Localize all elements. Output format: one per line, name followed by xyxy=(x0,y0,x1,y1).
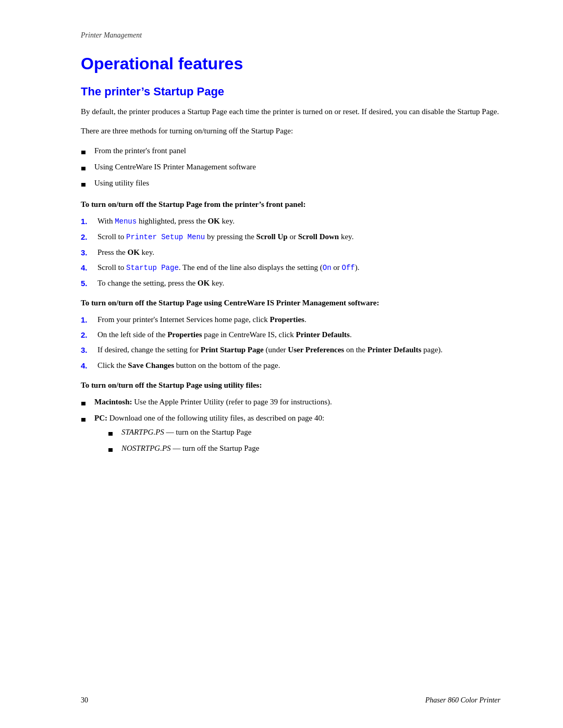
italic-text: STARTPG.PS xyxy=(121,428,164,436)
method-1-label: From the printer's front panel xyxy=(94,145,186,157)
svg-rect-5 xyxy=(108,432,113,436)
methods-list: From the printer's front panel Using Cen… xyxy=(81,145,500,191)
svg-rect-2 xyxy=(81,183,85,187)
step-item: 4. Click the Save Changes button on the … xyxy=(81,360,500,372)
inline-code: Printer Setup Menu xyxy=(126,233,205,241)
bold-text: Save Changes xyxy=(128,361,174,369)
procedure1-heading: To turn on/turn off the Startup Page fro… xyxy=(81,199,500,210)
step-number: 3. xyxy=(81,344,94,356)
bullet-icon xyxy=(108,428,117,440)
sub-bullet-content: STARTPG.PS — turn on the Startup Page xyxy=(121,426,251,438)
step-content: To change the setting, press the OK key. xyxy=(97,277,500,289)
footer-title: Phaser 860 Color Printer xyxy=(425,696,500,705)
step-content: Scroll to Startup Page. The end of the l… xyxy=(97,262,500,274)
step-item: 1. From your printer's Internet Services… xyxy=(81,314,500,326)
step-content: With Menus highlighted, press the OK key… xyxy=(97,215,500,228)
sub-list-item: STARTPG.PS — turn on the Startup Page xyxy=(108,426,500,440)
step-item: 2. On the left side of the Properties pa… xyxy=(81,329,500,341)
page: Printer Management Operational features … xyxy=(0,0,563,728)
method-3-label: Using utility files xyxy=(94,177,149,189)
list-item: From the printer's front panel xyxy=(81,145,500,158)
step-number: 5. xyxy=(81,277,94,289)
procedure2-steps: 1. From your printer's Internet Services… xyxy=(81,314,500,372)
step-item: 2. Scroll to Printer Setup Menu by press… xyxy=(81,231,500,243)
bold-text: Properties xyxy=(270,315,304,324)
procedure3-bullets: Macintosh: Use the Apple Printer Utility… xyxy=(81,396,500,458)
bold-text: Printer Defaults xyxy=(296,330,350,339)
section-title: The printer’s Startup Page xyxy=(81,85,500,98)
bold-text: Print Startup Page xyxy=(201,346,264,354)
list-item: Macintosh: Use the Apple Printer Utility… xyxy=(81,396,500,410)
step-number: 1. xyxy=(81,215,94,227)
inline-code: Menus xyxy=(115,217,137,226)
italic-text: NOSTRTPG.PS xyxy=(121,444,171,452)
bold-text: User Preferences xyxy=(288,346,344,354)
svg-rect-3 xyxy=(81,402,85,405)
bullet-icon xyxy=(108,444,117,456)
step-number: 1. xyxy=(81,314,94,326)
intro-paragraph-2: There are three methods for turning on/t… xyxy=(81,125,500,137)
step-content: On the left side of the Properties page … xyxy=(97,329,500,341)
bullet-icon xyxy=(81,398,90,410)
step-number: 4. xyxy=(81,262,94,274)
list-item: PC: Download one of the following utilit… xyxy=(81,412,500,458)
bullet-icon xyxy=(81,414,90,426)
bold-text: Printer Defaults xyxy=(368,346,421,354)
bold-text: PC: xyxy=(94,414,107,422)
page-title: Operational features xyxy=(81,54,500,73)
step-number: 2. xyxy=(81,231,94,243)
bold-text: Scroll Up xyxy=(256,232,288,241)
bold-text: Properties xyxy=(167,330,202,339)
bold-text: OK xyxy=(128,248,140,256)
step-item: 1. With Menus highlighted, press the OK … xyxy=(81,215,500,228)
step-item: 5. To change the setting, press the OK k… xyxy=(81,277,500,289)
step-content: Scroll to Printer Setup Menu by pressing… xyxy=(97,231,500,243)
step-number: 3. xyxy=(81,246,94,258)
intro-paragraph-1: By default, the printer produces a Start… xyxy=(81,106,500,118)
bullet-content: Macintosh: Use the Apple Printer Utility… xyxy=(94,396,500,408)
procedure1-steps: 1. With Menus highlighted, press the OK … xyxy=(81,215,500,289)
step-content: If desired, change the setting for Print… xyxy=(97,344,500,356)
inline-code: Startup Page xyxy=(126,264,179,272)
sub-list-item: NOSTRTPG.PS — turn off the Startup Page xyxy=(108,442,500,456)
bold-text: OK xyxy=(198,279,210,287)
step-content: From your printer's Internet Services ho… xyxy=(97,314,500,326)
step-item: 4. Scroll to Startup Page. The end of th… xyxy=(81,262,500,274)
svg-rect-4 xyxy=(81,418,85,422)
bullet-icon xyxy=(81,179,90,191)
method-2-label: Using CentreWare IS Printer Management s… xyxy=(94,161,256,173)
bullet-icon xyxy=(81,146,90,158)
step-number: 2. xyxy=(81,329,94,341)
footer: 30 Phaser 860 Color Printer xyxy=(81,696,500,705)
svg-rect-0 xyxy=(81,151,85,154)
inline-code: On xyxy=(323,264,332,272)
footer-page-number: 30 xyxy=(81,696,88,705)
step-number: 4. xyxy=(81,360,94,372)
step-item: 3. Press the OK key. xyxy=(81,246,500,258)
inline-code: Off xyxy=(342,264,355,272)
bullet-content: PC: Download one of the following utilit… xyxy=(94,412,500,458)
list-item: Using utility files xyxy=(81,177,500,191)
list-item: Using CentreWare IS Printer Management s… xyxy=(81,161,500,175)
step-item: 3. If desired, change the setting for Pr… xyxy=(81,344,500,356)
breadcrumb: Printer Management xyxy=(81,31,500,40)
svg-rect-1 xyxy=(81,167,85,170)
bold-text: OK xyxy=(207,217,219,225)
bold-text: Macintosh: xyxy=(94,398,132,406)
sub-bullet-list: STARTPG.PS — turn on the Startup Page NO… xyxy=(108,426,500,456)
procedure2-heading: To turn on/turn off the Startup Page usi… xyxy=(81,298,500,309)
procedure3-heading: To turn on/turn off the Startup Page usi… xyxy=(81,380,500,391)
bullet-icon xyxy=(81,163,90,175)
bold-text: Scroll Down xyxy=(298,232,339,241)
sub-bullet-content: NOSTRTPG.PS — turn off the Startup Page xyxy=(121,442,259,454)
svg-rect-6 xyxy=(108,448,113,452)
step-content: Press the OK key. xyxy=(97,246,500,258)
step-content: Click the Save Changes button on the bot… xyxy=(97,360,500,372)
